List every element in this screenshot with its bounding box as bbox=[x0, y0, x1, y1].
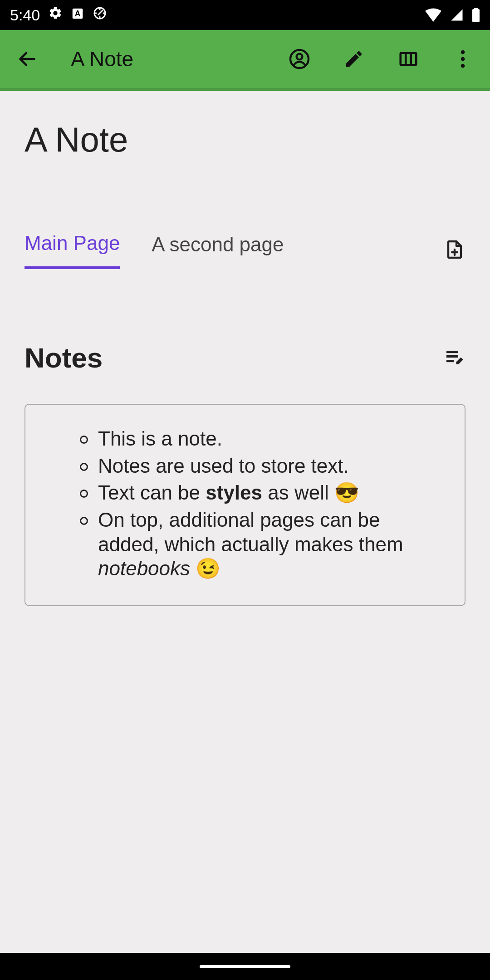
text-box-icon: A bbox=[71, 6, 84, 24]
svg-point-11 bbox=[461, 50, 465, 54]
edit-button[interactable] bbox=[338, 43, 370, 75]
status-bar: 5:40 A bbox=[0, 0, 490, 30]
status-time: 5:40 bbox=[10, 6, 40, 24]
note-item: Text can be styles as well 😎 bbox=[80, 480, 446, 505]
file-plus-icon bbox=[444, 254, 466, 262]
battery-icon bbox=[472, 8, 480, 22]
svg-point-12 bbox=[461, 57, 465, 61]
page-title: A Note bbox=[24, 120, 466, 159]
svg-point-13 bbox=[461, 64, 465, 68]
tab-main-page[interactable]: Main Page bbox=[24, 232, 120, 269]
wifi-icon bbox=[425, 8, 442, 22]
note-item: This is a note. bbox=[80, 426, 446, 451]
svg-rect-16 bbox=[446, 351, 458, 353]
columns-icon bbox=[398, 49, 419, 69]
svg-rect-18 bbox=[446, 360, 454, 362]
playlist-edit-icon bbox=[444, 362, 466, 369]
nav-bar bbox=[0, 953, 490, 980]
settings-icon bbox=[48, 6, 63, 24]
note-item: Notes are used to store text. bbox=[80, 454, 446, 478]
more-button[interactable] bbox=[446, 43, 479, 75]
tab-label: A second page bbox=[152, 233, 284, 255]
tab-label: Main Page bbox=[24, 232, 120, 254]
note-item: On top, additional pages can be added, w… bbox=[80, 508, 446, 581]
svg-rect-3 bbox=[472, 9, 480, 22]
svg-rect-4 bbox=[474, 8, 478, 10]
edit-list-button[interactable] bbox=[444, 346, 466, 370]
section-row: Notes bbox=[24, 342, 466, 374]
svg-rect-8 bbox=[401, 53, 416, 65]
account-button[interactable] bbox=[283, 43, 316, 75]
status-right bbox=[425, 8, 480, 22]
svg-rect-17 bbox=[446, 355, 458, 358]
account-circle-icon bbox=[289, 48, 310, 70]
section-heading: Notes bbox=[24, 342, 444, 374]
nav-handle[interactable] bbox=[200, 965, 290, 968]
columns-button[interactable] bbox=[392, 43, 425, 75]
arrow-left-icon bbox=[17, 49, 38, 69]
cell-signal-icon bbox=[450, 8, 464, 22]
back-button[interactable] bbox=[11, 43, 44, 75]
note-box[interactable]: This is a note. Notes are used to store … bbox=[24, 404, 466, 606]
note-list: This is a note. Notes are used to store … bbox=[80, 426, 446, 581]
tabs-row: Main Page A second page bbox=[24, 232, 466, 269]
status-left: 5:40 A bbox=[10, 6, 107, 24]
add-page-button[interactable] bbox=[444, 239, 466, 262]
target-icon bbox=[93, 6, 107, 24]
appbar-title: A Note bbox=[71, 47, 133, 71]
svg-text:A: A bbox=[75, 9, 81, 18]
svg-point-7 bbox=[297, 54, 303, 60]
pencil-icon bbox=[343, 49, 364, 69]
app-bar: A Note bbox=[0, 30, 490, 91]
more-vert-icon bbox=[461, 49, 465, 69]
content: A Note Main Page A second page Notes Thi… bbox=[0, 91, 490, 606]
tab-second-page[interactable]: A second page bbox=[152, 233, 284, 268]
